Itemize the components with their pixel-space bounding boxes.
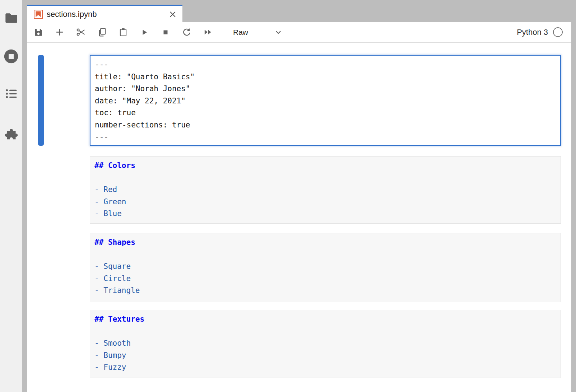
save-button[interactable] (34, 28, 43, 37)
restart-run-all-button[interactable] (203, 28, 213, 37)
md-header-line: ## Shapes (94, 237, 556, 249)
code-line: --- (95, 131, 556, 143)
notebook-toolbar: Raw Python 3 (27, 22, 571, 43)
notebook-icon (34, 10, 43, 19)
sidebar-item-toc[interactable] (0, 88, 22, 99)
clipboard-icon (119, 27, 128, 37)
tab-title: sections.ipynb (47, 10, 168, 19)
md-list-item: - Green (94, 196, 556, 208)
md-list-item: - Square (94, 261, 556, 273)
raw-cell-frontmatter[interactable]: --- title: "Quarto Basics" author: "Nora… (90, 55, 561, 146)
floppy-icon (34, 28, 43, 37)
code-line: number-sections: true (95, 119, 556, 131)
copy-icon (97, 27, 107, 37)
tab-sections-ipynb[interactable]: sections.ipynb (27, 5, 182, 22)
md-list-item: - Circle (94, 273, 556, 285)
md-list-item: - Bumpy (94, 350, 556, 362)
sidebar-item-running[interactable] (0, 49, 22, 64)
blank-line (94, 326, 556, 338)
close-icon[interactable] (168, 10, 177, 19)
insert-cell-button[interactable] (55, 28, 64, 37)
md-header-line: ## Colors (94, 160, 556, 172)
code-line: author: "Norah Jones" (95, 83, 556, 95)
activity-bar (0, 0, 22, 392)
window-right-edge (571, 22, 576, 392)
blank-line (94, 249, 556, 261)
markdown-cell-colors[interactable]: ## Colors - Red - Green - Blue (90, 156, 561, 224)
list-icon (5, 88, 17, 99)
stop-icon (161, 28, 170, 37)
scissors-icon (76, 27, 85, 37)
cell-type-dropdown[interactable]: Raw (233, 28, 283, 37)
kernel-name[interactable]: Python 3 (517, 28, 548, 37)
sidebar-divider (22, 0, 27, 392)
md-list-item: - Triangle (94, 285, 556, 297)
cell-type-value: Raw (233, 28, 248, 37)
md-list-item: - Blue (94, 208, 556, 220)
blank-line (94, 172, 556, 184)
interrupt-kernel-button[interactable] (161, 28, 170, 37)
markdown-cell-textures[interactable]: ## Textures - Smooth - Bumpy - Fuzzy (90, 310, 561, 378)
refresh-icon (182, 27, 191, 37)
folder-icon (5, 13, 18, 24)
paste-cells-button[interactable] (119, 28, 128, 37)
md-list-item: - Red (94, 184, 556, 196)
chevron-down-icon (274, 28, 283, 37)
kernel-status-icon[interactable] (553, 27, 563, 37)
fast-forward-icon (203, 27, 213, 37)
plus-icon (55, 27, 64, 37)
puzzle-icon (4, 128, 18, 141)
sidebar-item-extensions[interactable] (0, 128, 22, 141)
active-cell-collapser[interactable] (38, 55, 44, 146)
sidebar-item-file-browser[interactable] (0, 13, 22, 24)
tab-bar: sections.ipynb (27, 0, 576, 22)
play-icon (140, 28, 149, 37)
code-line: toc: true (95, 107, 556, 119)
code-line: title: "Quarto Basics" (95, 71, 556, 83)
run-cell-button[interactable] (140, 28, 149, 37)
md-list-item: - Fuzzy (94, 361, 556, 374)
copy-cells-button[interactable] (97, 28, 107, 37)
stop-circle-icon (4, 49, 19, 64)
code-line: --- (95, 59, 556, 71)
code-line: date: "May 22, 2021" (95, 95, 556, 107)
cut-cells-button[interactable] (76, 28, 85, 37)
md-list-item: - Smooth (94, 337, 556, 350)
markdown-cell-shapes[interactable]: ## Shapes - Square - Circle - Triangle (90, 233, 561, 302)
md-header-line: ## Textures (94, 313, 556, 326)
restart-kernel-button[interactable] (182, 28, 191, 37)
